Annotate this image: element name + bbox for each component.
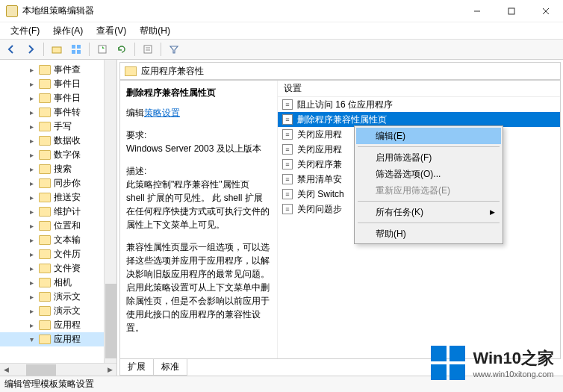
policy-icon: ≡ <box>282 144 293 155</box>
tree-item-label: 事件转 <box>54 106 81 119</box>
tree-item[interactable]: ▸手写 <box>0 119 116 134</box>
policy-icon: ≡ <box>282 204 293 214</box>
context-menu-label: 筛选器选项(O)... <box>376 168 441 181</box>
edit-policy-link[interactable]: 策略设置 <box>144 108 180 118</box>
tree-twisty-icon[interactable]: ▸ <box>30 250 37 258</box>
folder-icon <box>39 320 51 330</box>
settings-column-header[interactable]: 设置 <box>278 81 560 97</box>
tree-twisty-icon[interactable]: ▸ <box>30 66 37 74</box>
tree-twisty-icon[interactable]: ▸ <box>30 293 37 301</box>
setting-row[interactable]: ≡删除程序兼容性属性页 <box>278 112 560 127</box>
tree-item-label: 维护计 <box>54 205 81 218</box>
description-body-2: 兼容性属性页显示一组选项，可以选择这些选项并应用于应用程序，以解决影响旧版应用程… <box>126 240 270 335</box>
policy-icon: ≡ <box>282 159 293 169</box>
context-menu-item[interactable]: 所有任务(K)▶ <box>356 204 501 220</box>
context-menu-item[interactable]: 编辑(E) <box>356 128 501 144</box>
tree-item[interactable]: ▸事件日 <box>0 77 116 91</box>
tree-horizontal-scrollbar[interactable]: ◀▶ <box>0 363 116 376</box>
tree-item-label: 事件日 <box>54 92 81 105</box>
tree-twisty-icon[interactable]: ▸ <box>30 151 37 159</box>
description-label: 描述: <box>126 164 270 178</box>
tree-item[interactable]: ▸维护计 <box>0 205 116 219</box>
context-menu-item[interactable]: 帮助(H) <box>356 225 501 242</box>
close-button[interactable] <box>529 0 563 22</box>
titlebar: 本地组策略编辑器 <box>0 0 563 22</box>
filter-button[interactable] <box>166 41 182 57</box>
tree-item[interactable]: ▸数据收 <box>0 134 116 148</box>
tree-item[interactable]: ▾应用程 <box>0 332 116 346</box>
export-button[interactable] <box>94 41 111 57</box>
refresh-button[interactable] <box>113 41 130 57</box>
detail-header: 应用程序兼容性 <box>119 62 561 80</box>
tree-item[interactable]: ▸推送安 <box>0 190 116 205</box>
tree-twisty-icon[interactable]: ▸ <box>30 208 37 216</box>
tree-item-label: 应用程 <box>54 319 81 332</box>
svg-rect-6 <box>77 45 81 49</box>
tree-twisty-icon[interactable]: ▸ <box>30 122 37 131</box>
tree-item[interactable]: ▸事件转 <box>0 105 116 119</box>
tree-item[interactable]: ▸文件历 <box>0 247 116 261</box>
tree-item[interactable]: ▸文件资 <box>0 261 116 276</box>
status-text: 编辑管理模板策略设置 <box>4 378 94 391</box>
tree-item[interactable]: ▸搜索 <box>0 162 116 176</box>
tree-item[interactable]: ▸数字保 <box>0 148 116 162</box>
folder-icon <box>39 122 51 131</box>
maximize-button[interactable] <box>494 0 529 22</box>
forward-button[interactable] <box>22 41 39 57</box>
app-icon <box>6 5 18 17</box>
tree-twisty-icon[interactable]: ▾ <box>30 335 37 343</box>
tree-item[interactable]: ▸事件日 <box>0 91 116 105</box>
folder-icon <box>39 235 51 245</box>
folder-icon <box>39 249 51 259</box>
tree-twisty-icon[interactable]: ▸ <box>30 80 37 88</box>
tab-extended[interactable]: 扩展 <box>119 359 154 376</box>
setting-label: 关闭程序兼 <box>297 158 342 171</box>
folder-icon <box>39 150 51 160</box>
tree-twisty-icon[interactable]: ▸ <box>30 137 37 145</box>
svg-rect-8 <box>77 50 81 54</box>
tree-item[interactable]: ▸同步你 <box>0 176 116 190</box>
setting-label: 删除程序兼容性属性页 <box>297 113 387 126</box>
tree-item[interactable]: ▸位置和 <box>0 219 116 233</box>
tree-item-label: 同步你 <box>54 177 81 190</box>
context-menu-item[interactable]: 筛选器选项(O)... <box>356 166 501 182</box>
back-button[interactable] <box>3 41 19 57</box>
tree-twisty-icon[interactable]: ▸ <box>30 165 37 173</box>
list-view-button[interactable] <box>68 41 84 57</box>
tree-vertical-scrollbar[interactable] <box>104 60 116 363</box>
tree-item[interactable]: ▸演示文 <box>0 304 116 318</box>
tree-twisty-icon[interactable]: ▸ <box>30 321 37 329</box>
folder-icon <box>39 306 51 316</box>
tree-item[interactable]: ▸文本输 <box>0 233 116 247</box>
setting-row[interactable]: ≡阻止访问 16 位应用程序 <box>278 97 560 112</box>
tab-standard[interactable]: 标准 <box>153 359 187 376</box>
tree-twisty-icon[interactable]: ▸ <box>30 279 37 287</box>
folder-icon <box>39 108 51 117</box>
tree-twisty-icon[interactable]: ▸ <box>30 108 37 116</box>
tree-twisty-icon[interactable]: ▸ <box>30 307 37 315</box>
submenu-arrow-icon: ▶ <box>490 208 495 216</box>
menu-file[interactable]: 文件(F) <box>4 23 46 39</box>
tree-pane: ▸事件查▸事件日▸事件日▸事件转▸手写▸数据收▸数字保▸搜索▸同步你▸推送安▸维… <box>0 60 117 376</box>
tree-item[interactable]: ▸事件查 <box>0 63 116 77</box>
folder-button[interactable] <box>49 41 65 57</box>
tree-twisty-icon[interactable]: ▸ <box>30 264 37 273</box>
menu-action[interactable]: 操作(A) <box>47 23 89 39</box>
tree-item[interactable]: ▸应用程 <box>0 318 116 332</box>
tree-twisty-icon[interactable]: ▸ <box>30 222 37 230</box>
context-menu-item[interactable]: 启用筛选器(F) <box>356 149 501 166</box>
menu-help[interactable]: 帮助(H) <box>134 23 176 39</box>
properties-button[interactable] <box>140 41 156 57</box>
menu-view[interactable]: 查看(V) <box>90 23 132 39</box>
context-menu: 编辑(E)启用筛选器(F)筛选器选项(O)...重新应用筛选器(E)所有任务(K… <box>354 125 503 244</box>
tree-item-label: 数据收 <box>54 134 81 147</box>
tree-twisty-icon[interactable]: ▸ <box>30 236 37 244</box>
folder-icon <box>39 136 51 146</box>
tree-item-label: 数字保 <box>54 149 81 161</box>
tree-item[interactable]: ▸相机 <box>0 276 116 290</box>
tree-item[interactable]: ▸演示文 <box>0 290 116 304</box>
minimize-button[interactable] <box>460 0 494 22</box>
tree-twisty-icon[interactable]: ▸ <box>30 193 37 202</box>
tree-twisty-icon[interactable]: ▸ <box>30 179 37 187</box>
tree-twisty-icon[interactable]: ▸ <box>30 94 37 102</box>
